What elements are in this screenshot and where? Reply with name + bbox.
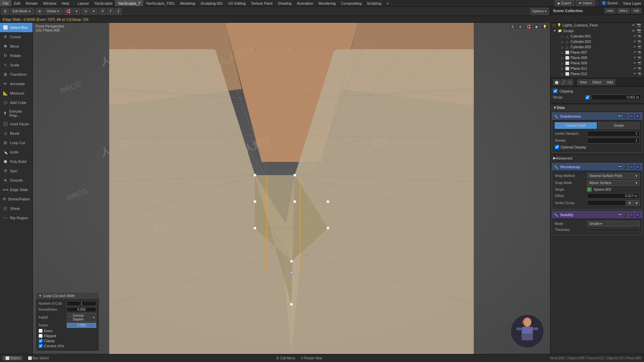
tab-uv-editing[interactable]: UV Editing — [225, 0, 248, 6]
subdivision-edit-btn[interactable]: ✏ — [629, 114, 634, 119]
tool-bevel[interactable]: ◇ Bevel — [0, 129, 33, 138]
tool-move[interactable]: ✥ Move — [0, 42, 33, 51]
object-mode-dropdown[interactable]: ☰ — [1, 8, 9, 15]
tool-loop-cut[interactable]: ⊟ Loop Cut — [0, 138, 33, 147]
z-axis[interactable]: Z — [115, 8, 122, 15]
tool-spin[interactable]: ↺ Spin — [0, 166, 33, 176]
sculpt-visibility[interactable]: 👁 — [632, 29, 635, 33]
view-btn[interactable]: View — [604, 8, 615, 13]
collection-item-cylinder002[interactable]: ▷ △ Cylinder.002 👁 📷 — [550, 39, 644, 44]
render-value[interactable]: 1 — [587, 138, 640, 143]
collection-item-cylinder001[interactable]: ▷ △ Cylinder.001 👁 📷 — [550, 34, 644, 39]
merge-value[interactable]: 0.001 m — [592, 95, 641, 100]
tab-scripting[interactable]: Scripting — [364, 0, 384, 6]
edit-mode-add[interactable]: Add — [604, 79, 615, 85]
viewport-gizmo-toggle[interactable]: ⊕ — [517, 24, 524, 29]
lights-render[interactable]: 📷 — [637, 23, 641, 27]
tool-edge-slide[interactable]: ⟺ Edge Slide — [0, 185, 33, 194]
optimal-display-checkbox[interactable] — [555, 145, 559, 149]
x-axis[interactable]: X — [99, 8, 106, 15]
shrinkwrap-render-btn[interactable]: ⬛ — [623, 164, 628, 170]
bottom-rotate-view-btn[interactable]: ↺ Rotate View — [301, 356, 322, 360]
global-toggle[interactable]: ⊕ — [36, 8, 43, 15]
menu-edit[interactable]: Edit — [11, 0, 23, 6]
view-layer-selector[interactable]: View Layer — [621, 0, 644, 6]
menu-window[interactable]: Window — [41, 0, 59, 6]
viewport-overlay-toggle[interactable]: ☰ — [509, 24, 516, 29]
tab-texture-paint[interactable]: Texture Paint — [248, 0, 275, 6]
data-section-header[interactable]: ▼ Data — [550, 104, 644, 111]
tab-yansculpts[interactable]: YanSculpts — [92, 0, 115, 6]
export-button[interactable]: ▶ Export — [555, 0, 574, 6]
tab-compositing[interactable]: Compositing — [338, 0, 364, 6]
collection-item-plane009[interactable]: ▷ ⬜ Plane.009 👁 📷 — [550, 60, 644, 66]
tool-add-cube[interactable]: ⬡ Add Cube — [0, 98, 33, 107]
tab-sculpting[interactable]: Sculpting.001 — [198, 0, 226, 6]
proportional-edit[interactable]: ⊙ — [82, 8, 90, 15]
clamp-checkbox[interactable] — [39, 339, 43, 343]
shrinkwrap-cam-btn[interactable]: 📷 — [617, 164, 622, 170]
viewport-3d[interactable]: 人人素材 人人素材 人人素材 人人素材 人人素材 人人素材 人人素材 人人素材 … — [33, 23, 550, 354]
tool-extrude-region[interactable]: ⬆ Extrude Regi... — [0, 107, 33, 119]
merge-checkbox[interactable] — [585, 95, 590, 100]
menu-file[interactable]: File — [0, 0, 11, 6]
vertex-group-arrow[interactable]: ➤ — [634, 200, 640, 206]
tool-shear[interactable]: ⟨⟩ Shear — [0, 204, 33, 213]
clipping-checkbox[interactable] — [553, 89, 557, 93]
tool-annotate[interactable]: ✏ Annotate — [0, 79, 33, 88]
tool-knife[interactable]: 🔪 Knife — [0, 147, 33, 157]
tool-measure[interactable]: 📐 Measure — [0, 88, 33, 98]
face-mode-btn[interactable]: ⬡ — [567, 79, 573, 85]
solidify-render-btn[interactable]: ⬛ — [623, 212, 628, 218]
vertex-mode-btn[interactable]: ⬤ — [553, 79, 560, 85]
y-axis[interactable]: Y — [107, 8, 114, 15]
loop-cut-header[interactable]: ▼ Loop Cut and Slide — [36, 292, 99, 299]
edit-mode-btn[interactable]: Edit Mode ▾ — [10, 8, 34, 15]
vertex-group-input[interactable] — [587, 200, 626, 206]
collection-item-plane008[interactable]: ▷ ⬜ Plane.008 👁 📷 — [550, 55, 644, 60]
tool-rip-region[interactable]: ⋯ Rip Region — [0, 213, 33, 223]
tab-layout[interactable]: Layout — [75, 0, 92, 6]
falloff-dropdown[interactable]: ⌒ Inverse Square ▾ — [67, 313, 96, 322]
collection-item-cylinder003[interactable]: ▷ △ Cylinder.003 👁 📷 — [550, 44, 644, 50]
collection-item-plane011[interactable]: ▷ ⬜ Plane.011 👁 📷 — [550, 66, 644, 71]
tab-yansculpts-t[interactable]: YanSculpts_T — [115, 0, 143, 6]
solidify-cam-btn[interactable]: 📷 — [617, 212, 622, 218]
tab-add[interactable]: + — [384, 0, 391, 6]
tool-rotate[interactable]: ↻ Rotate — [0, 51, 33, 60]
menu-render[interactable]: Render — [23, 0, 41, 6]
tool-smooth[interactable]: ≋ Smooth — [0, 176, 33, 185]
solidify-edit-btn[interactable]: ✏ — [629, 212, 634, 218]
tool-transform[interactable]: ⊞ Transform — [0, 70, 33, 79]
target-value[interactable]: Sphere.003 — [594, 188, 611, 191]
bottom-call-menu-btn[interactable]: ☰ Call Menu — [276, 356, 295, 360]
tool-select-box[interactable]: ⬜ Select Box — [0, 23, 33, 32]
correct-uvs-checkbox[interactable] — [39, 344, 43, 348]
proportional-options[interactable]: ▾ — [91, 8, 97, 15]
sculpt-render[interactable]: 📷 — [637, 28, 641, 33]
collection-item-lights[interactable]: ▷ 💡 Lights_Camera_Floor 👁 📷 — [550, 22, 644, 28]
snap-options[interactable]: ▾ — [73, 8, 80, 15]
viewport-render-mode[interactable]: ◉ — [533, 24, 540, 29]
num-cuts-value[interactable]: 1 — [67, 301, 96, 306]
smoothness-value[interactable]: 0.000 — [67, 307, 96, 312]
options-btn[interactable]: Options ▾ — [530, 8, 549, 15]
lights-visibility[interactable]: 👁 — [632, 23, 635, 27]
subdivision-render-btn[interactable]: ⬛ — [623, 114, 628, 119]
solidify-mode-dropdown[interactable]: Simple ▾ — [587, 221, 640, 227]
snap-mode-dropdown[interactable]: Above Surface ▾ — [587, 180, 640, 186]
collection-item-sculpt[interactable]: ▼ 📁 Sculpt 👁 📷 — [550, 28, 644, 34]
tool-scale[interactable]: ⤡ Scale — [0, 60, 33, 70]
tool-poly-build[interactable]: ⬟ Poly Build — [0, 157, 33, 166]
snap-toggle[interactable]: 🧲 — [64, 8, 72, 15]
shrinkwrap-edit-btn[interactable]: ✏ — [629, 164, 634, 170]
add-btn[interactable]: Add — [631, 8, 641, 13]
subdivision-cam-btn[interactable]: 📷 — [617, 114, 622, 119]
tab-rendering[interactable]: Rendering — [316, 0, 338, 6]
offset-value[interactable]: 0.017 m — [587, 193, 640, 199]
edge-mode-btn[interactable]: ╱ — [561, 79, 566, 85]
select-btn[interactable]: Select — [617, 8, 630, 13]
tool-inset-faces[interactable]: ⬛ Inset Faces — [0, 119, 33, 129]
scene-selector[interactable]: 🔵 Scene — [599, 0, 621, 6]
menu-help[interactable]: Help — [59, 0, 72, 6]
